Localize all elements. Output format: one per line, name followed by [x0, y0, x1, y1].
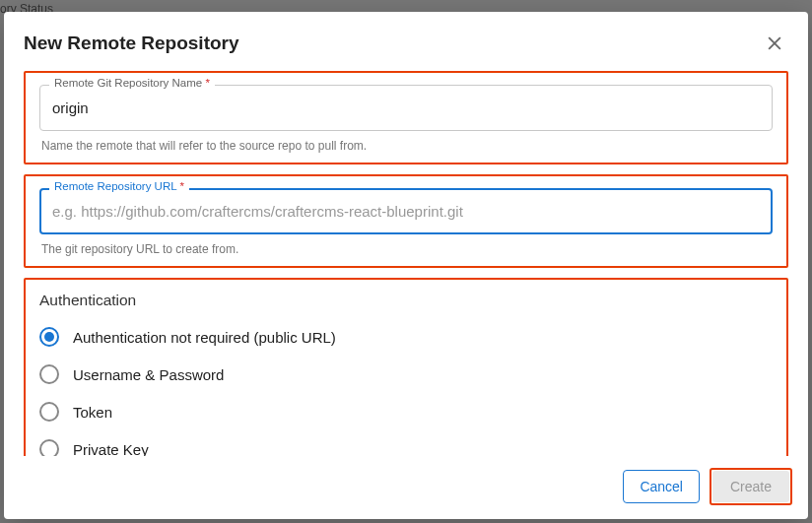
authentication-section: Authentication Authentication not requir… — [24, 278, 788, 456]
remote-url-input[interactable] — [39, 188, 773, 234]
close-button[interactable] — [761, 30, 788, 57]
radio-icon — [39, 439, 59, 456]
dialog-header: New Remote Repository — [4, 12, 808, 71]
cancel-button[interactable]: Cancel — [623, 470, 700, 503]
dialog-footer: Cancel Create — [4, 456, 808, 519]
create-button-highlight: Create — [710, 468, 792, 505]
required-asterisk: * — [205, 77, 209, 89]
remote-name-section: Remote Git Repository Name * Name the re… — [24, 71, 788, 164]
new-remote-repository-dialog: New Remote Repository Remote Git Reposit… — [4, 12, 808, 519]
radio-icon — [39, 327, 59, 347]
remote-name-field-wrap: Remote Git Repository Name * — [39, 85, 773, 131]
modal-backdrop: ory Status New Remote Repository Remote … — [0, 0, 812, 523]
authentication-title: Authentication — [39, 292, 773, 309]
radio-icon — [39, 402, 59, 422]
remote-url-label: Remote Repository URL * — [49, 180, 189, 192]
dialog-title: New Remote Repository — [24, 33, 239, 54]
create-button[interactable]: Create — [712, 471, 789, 502]
dialog-body: Remote Git Repository Name * Name the re… — [4, 71, 808, 456]
radio-label: Token — [73, 404, 112, 421]
remote-name-helper: Name the remote that will refer to the s… — [39, 139, 773, 153]
radio-label: Private Key — [73, 441, 149, 457]
auth-option-public[interactable]: Authentication not required (public URL) — [39, 327, 773, 347]
radio-label: Authentication not required (public URL) — [73, 329, 336, 346]
auth-option-private-key[interactable]: Private Key — [39, 439, 773, 456]
remote-url-helper: The git repository URL to create from. — [39, 242, 773, 256]
auth-option-token[interactable]: Token — [39, 402, 773, 422]
auth-option-username-password[interactable]: Username & Password — [39, 364, 773, 384]
remote-name-label: Remote Git Repository Name * — [49, 77, 215, 89]
remote-name-label-text: Remote Git Repository Name — [54, 77, 202, 89]
remote-url-section: Remote Repository URL * The git reposito… — [24, 174, 788, 268]
remote-url-label-text: Remote Repository URL — [54, 180, 176, 192]
remote-url-field-wrap: Remote Repository URL * — [39, 188, 773, 234]
radio-label: Username & Password — [73, 366, 224, 383]
required-asterisk: * — [179, 180, 183, 192]
remote-name-input[interactable] — [39, 85, 773, 131]
close-icon — [765, 33, 784, 53]
radio-icon — [39, 364, 59, 384]
